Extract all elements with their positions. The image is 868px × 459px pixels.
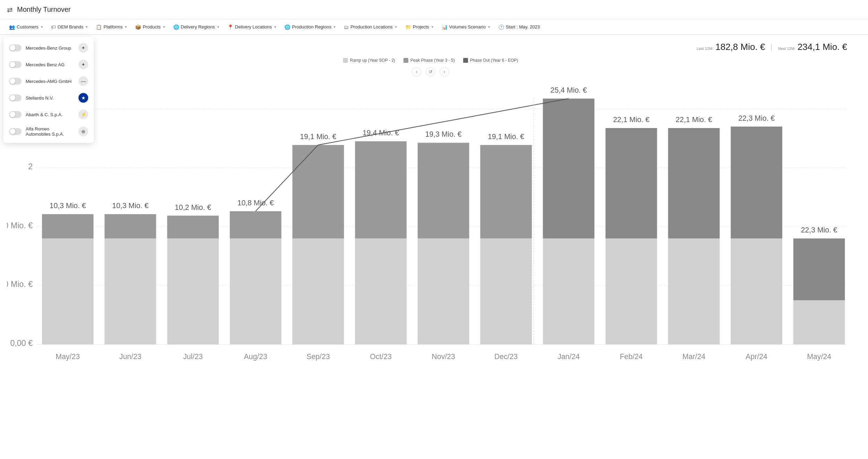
brand-toggle-3[interactable]	[9, 94, 22, 101]
brand-item-2[interactable]: Mercedes-AMG GmbH—	[3, 73, 94, 90]
bar-peak-nov23	[418, 143, 469, 238]
svg-text:Dec/23: Dec/23	[494, 352, 518, 360]
svg-text:10,2 Mio. €: 10,2 Mio. €	[175, 203, 211, 211]
svg-text:22,3 Mio. €: 22,3 Mio. €	[801, 226, 837, 234]
svg-text:19,3 Mio. €: 19,3 Mio. €	[425, 130, 462, 138]
projects-icon: 📁	[405, 24, 411, 30]
brand-toggle-5[interactable]	[9, 128, 22, 135]
nav-projects[interactable]: 📁 Projects ▾	[402, 22, 437, 32]
last-12m-stat: Last 12M: 182,8 Mio. €	[696, 42, 765, 52]
legend-ramp-up-label: Ramp up (Year SOP - 2)	[350, 58, 395, 63]
bar-ramp-mar24	[668, 238, 720, 345]
bar-ramp-dec23	[480, 238, 532, 345]
products-icon: 📦	[135, 24, 141, 30]
nav-delivery-locations[interactable]: 📍 Delivery Locations ▾	[224, 22, 279, 32]
stat-divider: |	[771, 43, 773, 51]
nav-production-locations[interactable]: 🗂 Production Locations ▾	[340, 22, 400, 32]
brand-item-4[interactable]: Abarth & C. S.p.A.⚡	[3, 106, 94, 123]
legend-phase-out-label: Phase Out (Year 6 - EOP)	[470, 58, 518, 63]
last-12m-value: 182,8 Mio. €	[715, 42, 765, 52]
svg-text:Jul/23: Jul/23	[183, 352, 203, 360]
chevron-down-icon: ▾	[334, 25, 335, 29]
brand-logo-0: ✦	[78, 43, 88, 53]
svg-text:Jan/24: Jan/24	[558, 352, 580, 360]
bar-peak-feb24	[606, 128, 657, 238]
bar-ramp-feb24	[606, 238, 657, 345]
brand-toggle-1[interactable]	[9, 61, 22, 68]
bar-peak-apr24	[731, 127, 783, 239]
bar-peak-sep23	[292, 145, 344, 238]
svg-text:25,4 Mio. €: 25,4 Mio. €	[550, 86, 587, 94]
bar-peak-jun23	[105, 214, 156, 238]
svg-text:22,3 Mio. €: 22,3 Mio. €	[738, 114, 775, 122]
brand-name-0: Mercedes-Benz Group	[26, 45, 74, 51]
next-12m-stat: Next 12M: 234,1 Mio. €	[778, 42, 847, 52]
svg-text:0,00 €: 0,00 €	[10, 339, 33, 348]
oem-brands-dropdown: Mercedes-Benz Group✦Mercedes Benz AG✦Mer…	[3, 37, 94, 143]
delivery-regions-icon: 🌐	[173, 24, 179, 30]
chevron-down-icon: ▾	[41, 25, 43, 29]
brand-item-0[interactable]: Mercedes-Benz Group✦	[3, 40, 94, 56]
nav-platforms[interactable]: 📋 Platforms ▾	[92, 22, 130, 32]
svg-text:2: 2	[28, 162, 33, 171]
legend-ramp-up: Ramp up (Year SOP - 2)	[343, 58, 395, 63]
chart-stats: Last 12M: 182,8 Mio. € | Next 12M: 234,1…	[7, 42, 854, 52]
brand-toggle-0[interactable]	[9, 44, 22, 51]
nav-production-regions[interactable]: 🌐 Production Regions ▾	[281, 22, 339, 32]
brand-toggle-2[interactable]	[9, 78, 22, 85]
svg-text:14,0 Mio. €: 14,0 Mio. €	[7, 221, 33, 230]
svg-text:Aug/23: Aug/23	[244, 352, 267, 361]
customers-icon: 👥	[9, 24, 15, 30]
brand-item-5[interactable]: Alfa Romeo Automobiles S.p.A.⊕	[3, 123, 94, 140]
bar-ramp-may24	[793, 300, 845, 345]
bar-ramp-jan24	[543, 238, 595, 345]
svg-text:10,3 Mio. €: 10,3 Mio. €	[50, 202, 86, 210]
ramp-up-swatch	[343, 58, 348, 63]
bar-peak-mar24	[668, 128, 720, 238]
bar-peak-may23	[42, 214, 94, 238]
chevron-down-icon: ▾	[163, 25, 165, 29]
last-12m-label: Last 12M:	[696, 46, 713, 51]
chevron-down-icon: ▾	[217, 25, 219, 29]
nav-delivery-regions[interactable]: 🌐 Delivery Regions ▾	[170, 22, 223, 32]
brand-logo-5: ⊕	[78, 127, 88, 136]
brand-logo-1: ✦	[78, 60, 88, 69]
bar-ramp-may23	[42, 238, 94, 345]
page-title: Monthly Turnover	[17, 6, 71, 14]
bar-peak-dec23	[480, 145, 532, 238]
svg-text:Nov/23: Nov/23	[432, 352, 455, 360]
app-header: ⇄ Monthly Turnover	[0, 0, 868, 19]
brand-item-3[interactable]: Stellantis N.V.★	[3, 90, 94, 106]
bar-ramp-jul23	[167, 238, 219, 345]
svg-text:Oct/23: Oct/23	[370, 352, 392, 360]
nav-volumes-scenario[interactable]: 📊 Volumes Scenario ▾	[438, 22, 493, 32]
main-content: Mercedes-Benz Group✦Mercedes Benz AG✦Mer…	[0, 35, 868, 459]
nav-customers[interactable]: 👥 Customers ▾	[6, 22, 46, 32]
chart-next-button[interactable]: ›	[440, 67, 449, 77]
brand-logo-2: —	[78, 76, 88, 86]
shuffle-icon: ⇄	[7, 6, 13, 14]
nav-products[interactable]: 📦 Products ▾	[132, 22, 168, 32]
svg-text:Mar/24: Mar/24	[683, 352, 706, 360]
brand-item-1[interactable]: Mercedes Benz AG✦	[3, 56, 94, 73]
svg-text:Apr/24: Apr/24	[746, 352, 768, 361]
legend-peak-phase: Peak Phase (Year 3 - 5)	[403, 58, 455, 63]
platforms-icon: 📋	[96, 24, 102, 30]
chart-navigation: ‹ ↺ ›	[7, 67, 854, 77]
chart-refresh-button[interactable]: ↺	[426, 67, 435, 77]
legend-phase-out: Phase Out (Year 6 - EOP)	[463, 58, 518, 63]
chart-prev-button[interactable]: ‹	[412, 67, 422, 77]
bar-chart: 0,00 € 7,0 Mio. € 14,0 Mio. € 2 28 10,3 …	[7, 79, 854, 383]
chevron-down-icon: ▾	[488, 25, 490, 29]
brand-toggle-4[interactable]	[9, 111, 22, 118]
bar-ramp-oct23	[355, 238, 407, 345]
clock-icon: 🕐	[498, 24, 504, 30]
chart-svg: 0,00 € 7,0 Mio. € 14,0 Mio. € 2 28 10,3 …	[7, 79, 854, 381]
nav-start-date[interactable]: 🕐 Start : May. 2023	[495, 22, 543, 32]
bar-ramp-aug23	[230, 238, 282, 345]
svg-text:Feb/24: Feb/24	[620, 352, 643, 360]
bar-peak-aug23	[230, 211, 282, 239]
oem-icon: 🏷	[51, 24, 56, 30]
bar-ramp-apr24	[731, 238, 783, 345]
nav-oem-brands[interactable]: 🏷 OEM Brands ▾	[48, 22, 91, 32]
